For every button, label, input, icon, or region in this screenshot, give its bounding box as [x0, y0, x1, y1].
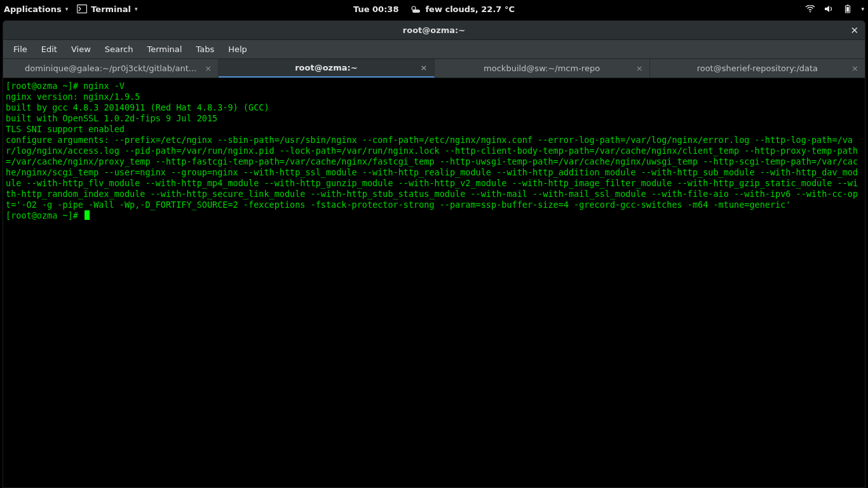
clock[interactable]: Tue 00:38 [353, 4, 398, 14]
prompt: [root@ozma ~]# [6, 81, 83, 91]
svg-point-2 [810, 11, 811, 12]
terminal-tab[interactable]: dominique@galea:~/pr0j3ckt/gitlab/ant...… [3, 59, 219, 78]
menubar: File Edit View Search Terminal Tabs Help [3, 40, 865, 59]
terminal-window: root@ozma:~ ✕ File Edit View Search Term… [3, 20, 865, 488]
gnome-topbar: Applications ▾ Terminal ▾ Tue 00:38 few … [0, 0, 868, 18]
terminal-tab[interactable]: root@sherief-repository:/data × [650, 59, 865, 78]
tab-label: root@sherief-repository:/data [697, 64, 818, 73]
active-app-menu[interactable]: Terminal ▾ [77, 4, 137, 14]
window-titlebar[interactable]: root@ozma:~ ✕ [3, 21, 865, 40]
terminal-viewport[interactable]: [root@ozma ~]# nginx -V nginx version: n… [3, 78, 865, 487]
tab-close-icon[interactable]: × [851, 64, 858, 73]
applications-label: Applications [4, 4, 62, 14]
tab-label: dominique@galea:~/pr0j3ckt/gitlab/ant... [25, 64, 196, 73]
terminal-icon [77, 4, 87, 13]
tab-label: mockbuild@sw:~/mcm-repo [484, 64, 600, 73]
weather-indicator[interactable]: few clouds, 22.7 °C [410, 4, 515, 14]
clock-label: Tue 00:38 [353, 4, 398, 14]
active-app-label: Terminal [91, 4, 131, 14]
window-title: root@ozma:~ [403, 25, 465, 35]
output-text: nginx version: nginx/1.9.5 built by gcc … [6, 92, 858, 210]
menu-terminal[interactable]: Terminal [140, 42, 188, 57]
prompt: [root@ozma ~]# [6, 210, 83, 220]
svg-rect-0 [78, 5, 87, 13]
volume-icon[interactable] [824, 5, 834, 13]
tabbar: dominique@galea:~/pr0j3ckt/gitlab/ant...… [3, 59, 865, 78]
terminal-tab[interactable]: mockbuild@sw:~/mcm-repo × [435, 59, 650, 78]
tab-label: root@ozma:~ [295, 63, 357, 72]
menu-help[interactable]: Help [222, 42, 254, 57]
svg-rect-4 [847, 5, 849, 6]
chevron-down-icon: ▾ [65, 6, 69, 12]
menu-edit[interactable]: Edit [35, 42, 64, 57]
menu-view[interactable]: View [65, 42, 97, 57]
menu-file[interactable]: File [7, 42, 34, 57]
menu-tabs[interactable]: Tabs [189, 42, 220, 57]
weather-label: few clouds, 22.7 °C [425, 4, 515, 14]
menu-search[interactable]: Search [98, 42, 140, 57]
applications-menu[interactable]: Applications ▾ [4, 4, 68, 14]
cursor-block [85, 210, 90, 220]
tab-close-icon[interactable]: × [421, 63, 428, 72]
window-close-button[interactable]: ✕ [850, 21, 858, 39]
tab-close-icon[interactable]: × [205, 64, 212, 73]
terminal-tab[interactable]: root@ozma:~ × [219, 59, 434, 78]
terminal-output: [root@ozma ~]# nginx -V nginx version: n… [6, 81, 862, 221]
command-text: nginx -V [83, 81, 125, 91]
system-menu-chevron-icon[interactable]: ▾ [861, 6, 864, 12]
tab-close-icon[interactable]: × [636, 64, 643, 73]
weather-cloud-icon [410, 4, 421, 13]
battery-icon[interactable] [843, 4, 852, 13]
wifi-icon[interactable] [805, 5, 815, 13]
chevron-down-icon: ▾ [135, 6, 138, 12]
svg-rect-5 [846, 7, 849, 12]
